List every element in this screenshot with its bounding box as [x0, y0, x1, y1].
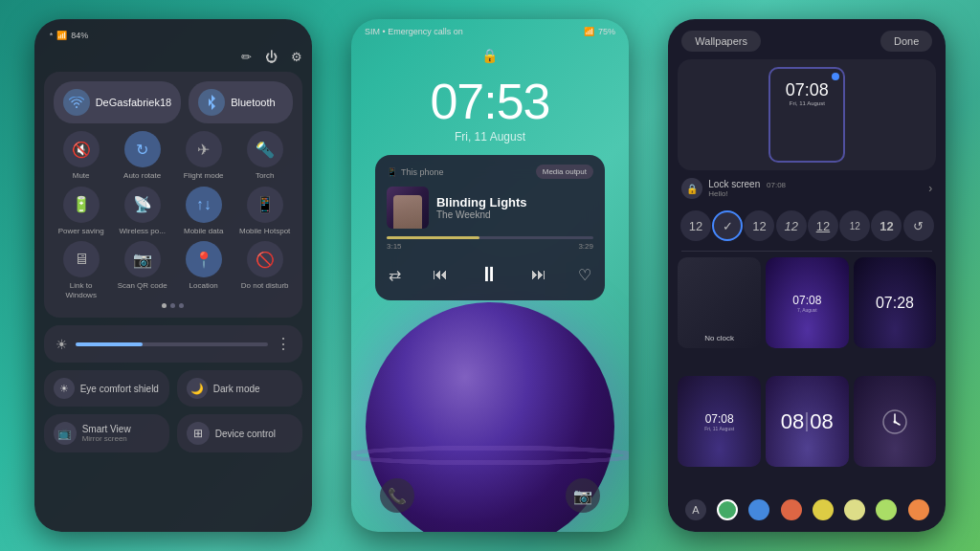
bluetooth-button[interactable]: Bluetooth: [189, 81, 293, 123]
page-dots: [54, 299, 293, 308]
lock-icon: 🔒: [481, 48, 498, 63]
wp-theme-dark[interactable]: 07:28: [854, 257, 937, 348]
phone-1-control-panel: * 📶 84% ✏ ⏻ ⚙: [34, 19, 312, 532]
wp-theme-date-1: Fri, 11 August: [704, 426, 734, 431]
wp-style-check[interactable]: ✓: [712, 210, 743, 241]
brightness-bar[interactable]: [76, 342, 268, 346]
ls-camera-button[interactable]: 📷: [566, 478, 600, 513]
device-control-button[interactable]: ⊞ Device control: [177, 414, 302, 452]
wp-color-red[interactable]: [781, 499, 802, 520]
wifi-bt-section: DeGasfabriek18 Bluetooth 🔇 Mute: [44, 72, 302, 318]
wp-lock-info: Lock screen 07:08 Hello!: [708, 179, 923, 198]
settings-icon[interactable]: ⚙: [291, 50, 302, 64]
wp-style-digital-4[interactable]: 12: [839, 210, 870, 241]
phone-2-lock-screen: SIM • Emergency calls on 📶 75% 🔒 07:53 F…: [351, 19, 629, 532]
wifi-button[interactable]: DeGasfabriek18: [54, 81, 182, 123]
mc-artist: The Weeknd: [436, 209, 593, 220]
dnd-label: Do not disturb: [241, 281, 289, 291]
wp-style-digital-2[interactable]: 12: [744, 210, 774, 241]
hotspot-label: Mobile Hotspot: [239, 227, 290, 236]
mc-time-total: 3:29: [578, 242, 593, 251]
smart-view-sub: Mirror screen: [82, 434, 131, 443]
mc-phone-icon: 📱: [387, 167, 397, 177]
wp-color-letter-a[interactable]: A: [685, 499, 706, 520]
wireless-label: Wireless po...: [119, 227, 165, 236]
toggle-location[interactable]: 📍 Location: [176, 241, 232, 299]
wp-color-light-yellow[interactable]: [844, 499, 865, 520]
brightness-icon: ☀: [56, 337, 68, 352]
autorotate-label: Auto rotate: [123, 171, 161, 181]
mc-next-button[interactable]: ⏭: [529, 264, 548, 285]
toggle-dnd[interactable]: 🚫 Do not disturb: [237, 241, 293, 299]
brightness-more-icon[interactable]: ⋮: [276, 335, 291, 353]
wp-color-orange[interactable]: [908, 499, 929, 520]
wp-color-blue[interactable]: [748, 499, 769, 520]
wp-color-yellow[interactable]: [813, 499, 834, 520]
mc-prev-button[interactable]: ⏮: [431, 264, 450, 285]
wallpaper-picker-screen: Wallpapers Done 07:08 Fri, 11 August 🔒 L…: [668, 19, 946, 532]
wp-theme-no-clock-label: No clock: [678, 334, 761, 342]
wp-theme-date-purple: 7, August: [797, 307, 817, 313]
wp-style-icon-1: 12: [680, 210, 711, 241]
wp-theme-time-1: 07:08: [705, 412, 734, 426]
mc-source-label: This phone: [401, 167, 444, 177]
wp-color-light-green[interactable]: [876, 499, 897, 520]
wp-done-button[interactable]: Done: [880, 31, 932, 52]
toggle-hotspot[interactable]: 📱 Mobile Hotspot: [237, 187, 293, 236]
toggle-scan-qr[interactable]: 📷 Scan QR code: [115, 241, 170, 299]
location-icon: 📍: [186, 241, 222, 277]
wp-theme-purple[interactable]: 07:08 7, August: [766, 257, 849, 348]
wallpapers-title-button[interactable]: Wallpapers: [681, 31, 761, 52]
wp-theme-time2[interactable]: 08 08: [766, 376, 849, 467]
wp-preview-date: Fri, 11 August: [770, 100, 843, 106]
status-bar-1: * 📶 84%: [44, 31, 302, 40]
wp-style-digital-5[interactable]: 12: [871, 210, 902, 241]
dark-mode-icon: 🌙: [187, 378, 208, 399]
power-icon[interactable]: ⏻: [265, 50, 278, 64]
wp-theme-time-2b: 08: [810, 411, 833, 432]
toggle-autorotate[interactable]: ↻ Auto rotate: [115, 131, 170, 181]
device-control-icon: ⊞: [187, 422, 210, 445]
wp-phone-preview: 07:08 Fri, 11 August: [768, 67, 845, 163]
toggle-powersaving[interactable]: 🔋 Power saving: [54, 187, 109, 236]
wp-theme-time3[interactable]: [854, 376, 937, 467]
smart-view-button[interactable]: 📺 Smart View Mirror screen: [44, 414, 169, 452]
mc-play-button[interactable]: ⏸: [477, 260, 501, 289]
wp-color-green[interactable]: [717, 499, 738, 520]
wp-style-digital-1[interactable]: 12: [680, 210, 711, 241]
wp-style-icon-4: 12: [808, 210, 838, 241]
wp-preview-area: 07:08 Fri, 11 August: [678, 59, 936, 170]
toggle-torch[interactable]: 🔦 Torch: [237, 131, 293, 181]
pencil-icon[interactable]: ✏: [241, 50, 252, 64]
wp-chevron-icon[interactable]: ›: [928, 182, 932, 195]
wp-lock-sub: Hello!: [708, 189, 923, 198]
mc-progress-bar[interactable]: [387, 236, 593, 239]
mc-heart-button[interactable]: ♡: [576, 264, 593, 286]
ls-status-left: SIM • Emergency calls on: [365, 27, 463, 36]
eye-comfort-icon: ☀: [54, 378, 75, 399]
toggle-flight[interactable]: ✈ Flight mode: [176, 131, 232, 181]
mute-icon: 🔇: [63, 131, 100, 167]
wp-style-digital-3[interactable]: 12: [776, 210, 807, 241]
eye-comfort-button[interactable]: ☀ Eye comfort shield: [44, 370, 169, 407]
mc-output-button[interactable]: Media output: [536, 165, 593, 179]
wp-style-underline[interactable]: 12: [808, 210, 838, 241]
wp-theme-time1[interactable]: 07:08 Fri, 11 August: [678, 376, 761, 467]
mc-shuffle-button[interactable]: ⇄: [387, 264, 403, 286]
toggle-link-windows[interactable]: 🖥 Link to Windows: [54, 241, 109, 299]
ls-date: Fri, 11 August: [455, 130, 525, 143]
wp-header: Wallpapers Done: [678, 29, 936, 54]
dark-mode-button[interactable]: 🌙 Dark mode: [177, 370, 302, 407]
toggle-mobiledata[interactable]: ↑↓ Mobile data: [176, 187, 232, 236]
wp-themes-grid: No clock 07:08 7, August 07:28 07:08: [678, 257, 936, 490]
svg-point-3: [893, 420, 896, 423]
toggle-mute[interactable]: 🔇 Mute: [54, 131, 109, 181]
wifi-icon: [63, 89, 90, 116]
page-dot-3: [179, 303, 184, 308]
toggle-wireless[interactable]: 📡 Wireless po...: [115, 187, 170, 236]
wp-style-icon-special: ↺: [903, 210, 934, 241]
scan-qr-icon: 📷: [124, 241, 161, 277]
ls-phone-button[interactable]: 📞: [380, 478, 414, 513]
wp-theme-no-clock[interactable]: No clock: [678, 257, 761, 348]
wp-style-special[interactable]: ↺: [903, 210, 934, 241]
